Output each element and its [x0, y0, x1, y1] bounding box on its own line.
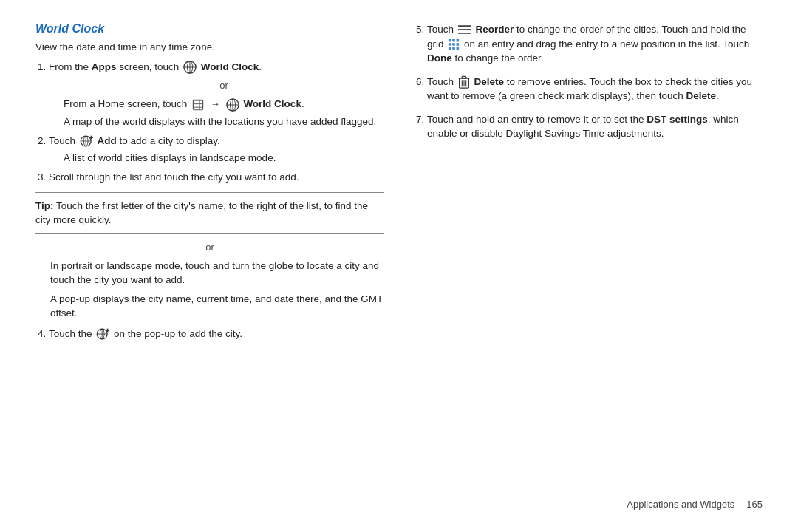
delete-icon	[458, 75, 470, 89]
step4-list: Touch the on the pop-up to add the city.	[49, 327, 384, 341]
step7-text: Touch and hold an entry to remove it or …	[427, 114, 739, 140]
svg-rect-33	[449, 39, 451, 42]
step1-worldclock-label2: World Clock	[243, 98, 301, 109]
step2-add-bold: Add	[98, 135, 117, 146]
after-tip-or: – or –	[35, 242, 384, 253]
world-clock-icon-2	[226, 98, 239, 112]
svg-rect-38	[457, 43, 460, 46]
svg-rect-36	[449, 43, 451, 46]
right-column: Touch Reorder to change the order of the…	[414, 22, 763, 490]
tip-text: Touch the first letter of the city's nam…	[35, 200, 368, 226]
steps-list: From the Apps screen, touch World Clock.…	[49, 60, 384, 185]
step1-or: – or –	[64, 79, 384, 93]
reorder-icon	[458, 24, 471, 35]
arrow-icon: →	[211, 98, 220, 112]
step1-text: From the Apps screen, touch World Clock.	[49, 61, 262, 72]
intro-text: View the date and time in any time zone.	[35, 41, 384, 52]
step1-sub1: From a Home screen, touch	[64, 97, 384, 112]
step3-text: Scroll through the list and touch the ci…	[49, 171, 299, 183]
step-5: Touch Reorder to change the order of the…	[427, 22, 763, 66]
svg-rect-35	[457, 39, 460, 42]
after-tip-para1: In portrait or landscape mode, touch and…	[50, 259, 384, 287]
svg-rect-40	[452, 47, 455, 50]
svg-rect-5	[194, 100, 197, 103]
home-screen-icon	[191, 98, 205, 112]
step-1: From the Apps screen, touch World Clock.…	[49, 60, 384, 129]
apps-bold: Apps	[92, 61, 117, 72]
svg-rect-11	[194, 107, 197, 109]
section-title: World Clock	[35, 22, 384, 35]
right-steps-list: Touch Reorder to change the order of the…	[427, 22, 763, 141]
tip-box: Tip: Touch the first letter of the city'…	[35, 192, 384, 234]
step5-done-bold: Done	[427, 52, 452, 64]
step6-delete2-bold: Delete	[686, 90, 716, 101]
step5-text: Touch Reorder to change the order of the…	[427, 24, 749, 64]
footer: Applications and Widgets 165	[35, 496, 763, 510]
step2-text: Touch Add to add a city to display.	[49, 135, 220, 146]
step4-text: Touch the on the pop-up to add the city.	[49, 328, 242, 339]
svg-rect-12	[197, 107, 200, 109]
step-3: Scroll through the list and touch the ci…	[49, 170, 384, 185]
step-6: Touch Delete to remove entries. Touch th…	[427, 75, 763, 103]
step7-dst-bold: DST settings	[647, 114, 708, 125]
footer-page: 165	[746, 499, 763, 510]
page: World Clock View the date and time in an…	[0, 0, 798, 532]
step6-text: Touch Delete to remove entries. Touch th…	[427, 76, 752, 102]
step2-sub: A list of world cities displays in lands…	[64, 151, 384, 166]
add-globe-icon-step4	[96, 327, 109, 341]
world-clock-icon	[183, 61, 197, 74]
svg-rect-10	[200, 104, 202, 107]
after-tip-para2: A pop-up displays the city name, current…	[50, 292, 384, 321]
step5-reorder-bold: Reorder	[476, 24, 514, 35]
svg-rect-39	[449, 47, 451, 50]
svg-rect-7	[200, 100, 202, 103]
step-4: Touch the on the pop-up to add the city.	[49, 327, 384, 341]
step1-worldclock-label: World Clock	[201, 61, 259, 72]
left-column: World Clock View the date and time in an…	[35, 22, 384, 490]
svg-rect-13	[200, 107, 202, 109]
svg-rect-8	[194, 104, 197, 107]
svg-rect-34	[452, 39, 455, 42]
svg-rect-6	[197, 100, 200, 103]
step1-sub2: A map of the world displays with the loc…	[64, 115, 384, 129]
content-area: World Clock View the date and time in an…	[35, 22, 763, 490]
svg-rect-37	[452, 43, 455, 46]
step-7: Touch and hold an entry to remove it or …	[427, 112, 763, 141]
step6-delete-bold: Delete	[474, 76, 505, 87]
add-globe-icon	[80, 134, 93, 148]
grid-icon	[448, 38, 460, 50]
svg-rect-41	[457, 47, 460, 50]
step-2: Touch Add to add a city to display. A	[49, 134, 384, 166]
footer-section: Applications and Widgets	[627, 499, 734, 510]
svg-rect-9	[197, 104, 200, 107]
tip-label: Tip:	[35, 200, 54, 211]
